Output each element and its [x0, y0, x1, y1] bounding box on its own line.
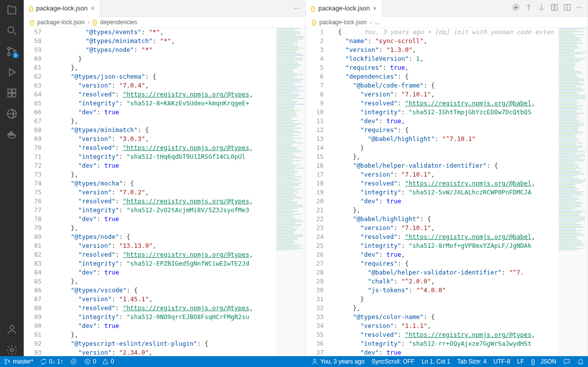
sync-status[interactable]: 0↓ 1↑: [40, 358, 63, 365]
svg-rect-20: [555, 4, 557, 10]
scm-badge: 9: [12, 52, 19, 58]
line-gutter: 5758596061626364656667686970717273747576…: [24, 28, 48, 356]
account-icon[interactable]: [6, 323, 18, 335]
eol-status[interactable]: LF: [517, 358, 524, 365]
code-area-left[interactable]: 5758596061626364656667686970717273747576…: [24, 28, 305, 356]
syncscroll-status[interactable]: SyncScroll: OFF: [372, 358, 415, 365]
more-icon[interactable]: ⋯: [294, 4, 300, 12]
json-icon: {}: [312, 19, 316, 26]
status-bar: master* 0↓ 1↑ 0 0 You, 3 years ago SyncS…: [0, 356, 588, 367]
breadcrumb-file: package-lock.json: [319, 19, 367, 26]
tab-package-lock-right[interactable]: {} package-lock.json ×: [306, 0, 382, 17]
json-icon: {}: [29, 5, 33, 12]
code-content[interactable]: { You, 3 years ago • [dq] init with yeom…: [331, 28, 558, 356]
tab-label: package-lock.json: [36, 4, 87, 12]
prev-change-icon[interactable]: [525, 3, 533, 13]
bell-icon[interactable]: [577, 358, 584, 365]
svg-point-31: [314, 359, 316, 362]
tabs-right: {} package-lock.json × ⋯: [306, 0, 588, 17]
split-icon[interactable]: [563, 3, 571, 13]
svg-point-15: [10, 325, 14, 329]
language-status[interactable]: {} JSON: [531, 358, 556, 365]
close-icon[interactable]: ×: [90, 4, 94, 12]
problems-status[interactable]: 0 0: [84, 358, 114, 365]
svg-marker-5: [9, 69, 15, 76]
branch-status[interactable]: master*: [4, 358, 33, 365]
svg-point-3: [8, 53, 10, 56]
json-icon: {}: [311, 5, 315, 12]
minimap[interactable]: [558, 28, 588, 356]
svg-marker-18: [515, 6, 518, 9]
breadcrumb-symbol: dependencies: [100, 19, 137, 26]
svg-rect-14: [10, 132, 12, 133]
tabs-left: {} package-lock.json × ⋯: [24, 0, 305, 17]
tab-label: package-lock.json: [318, 4, 370, 12]
ports-icon[interactable]: [70, 358, 77, 365]
run-debug-icon[interactable]: [6, 66, 18, 78]
svg-rect-8: [8, 93, 11, 97]
activity-bar: 9: [0, 0, 24, 356]
close-icon[interactable]: ×: [373, 4, 377, 12]
code-content[interactable]: "@types/events": "*", "@types/minimatch"…: [48, 28, 276, 356]
svg-point-0: [8, 27, 14, 33]
editor-left: {} package-lock.json × ⋯ {} package-lock…: [24, 0, 306, 356]
settings-gear-icon[interactable]: [6, 344, 18, 356]
json-icon: {}: [92, 19, 97, 26]
svg-rect-7: [12, 89, 16, 92]
more-icon[interactable]: ⋯: [576, 3, 583, 13]
svg-rect-6: [8, 89, 11, 92]
breadcrumb-file: package-lock.json: [37, 19, 84, 26]
svg-point-24: [5, 363, 7, 365]
json-icon: {}: [30, 19, 34, 26]
source-control-icon[interactable]: 9: [6, 46, 18, 57]
svg-point-16: [10, 349, 13, 352]
svg-point-2: [8, 47, 10, 50]
breadcrumb-left[interactable]: {} package-lock.json › {} dependencies: [24, 17, 305, 28]
feedback-icon[interactable]: [563, 358, 570, 365]
blame-status[interactable]: You, 3 years ago: [311, 358, 365, 365]
chevron-right-icon: ›: [370, 19, 372, 26]
next-change-icon[interactable]: [538, 3, 546, 13]
editor-right: {} package-lock.json × ⋯ {} package-lock…: [306, 0, 588, 356]
cursor-position[interactable]: Ln 1, Col 1: [421, 358, 450, 365]
encoding-status[interactable]: UTF-8: [494, 358, 510, 365]
breadcrumb-symbol: ...: [375, 19, 379, 26]
explorer-icon[interactable]: [6, 4, 18, 16]
breadcrumb-right[interactable]: {} package-lock.json › ...: [306, 17, 588, 28]
minimap[interactable]: [276, 28, 305, 356]
search-icon[interactable]: [6, 25, 18, 37]
code-area-right[interactable]: 1234567891011121314151617181920212223242…: [306, 28, 588, 356]
line-gutter: 1234567891011121314151617181920212223242…: [306, 28, 331, 356]
indent-status[interactable]: Tab Size: 4: [457, 358, 486, 365]
diff-icon[interactable]: [550, 3, 558, 13]
docker-icon[interactable]: [6, 129, 18, 140]
svg-rect-19: [551, 4, 554, 10]
svg-line-1: [13, 32, 16, 35]
svg-point-26: [71, 359, 77, 365]
remote-icon[interactable]: [6, 108, 18, 120]
svg-point-27: [73, 361, 75, 363]
run-icon[interactable]: [512, 3, 520, 13]
chevron-right-icon: ›: [87, 19, 89, 26]
tab-package-lock-left[interactable]: {} package-lock.json ×: [24, 0, 100, 17]
svg-rect-9: [12, 93, 16, 97]
svg-point-23: [5, 359, 7, 361]
extensions-icon[interactable]: [6, 87, 18, 99]
